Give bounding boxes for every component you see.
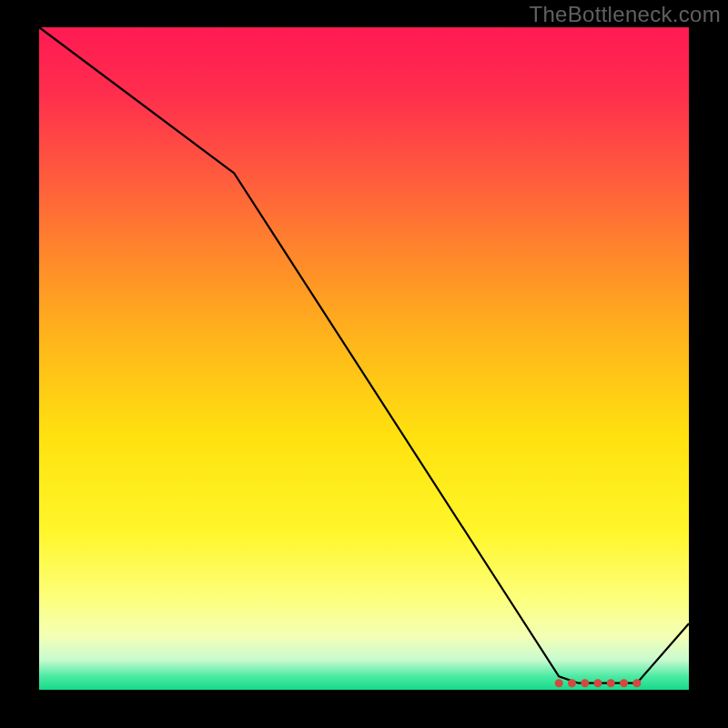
chart-frame: TheBottleneck.com (0, 0, 728, 728)
marker-dot (555, 679, 563, 687)
watermark-text: TheBottleneck.com (529, 2, 721, 27)
marker-dot (607, 679, 615, 687)
marker-dot (632, 679, 641, 687)
marker-dot (594, 679, 602, 687)
bottleneck-curve (39, 27, 689, 683)
plot-area (39, 27, 689, 690)
curve-layer (39, 27, 689, 690)
marker-dot (581, 679, 589, 687)
marker-dot (568, 679, 576, 687)
marker-dot (620, 679, 628, 687)
